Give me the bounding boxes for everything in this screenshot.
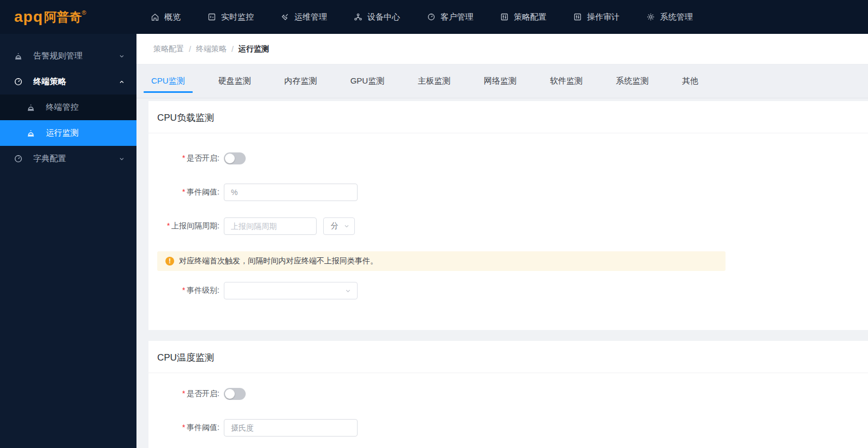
nav-item-label: 概览 [164, 12, 181, 22]
nav-device-center[interactable]: 设备中心 [350, 0, 403, 34]
tab-disk[interactable]: 硬盘监测 [211, 64, 259, 98]
interval-unit-select[interactable]: 分 [323, 217, 355, 235]
sidebar-submenu-terminal-policy: 终端管控 运行监测 [0, 95, 136, 146]
top-bar: apq 阿普奇 ® 概览 实时监控 运维管理 设备中心 客户管理 策略配置 [0, 0, 868, 34]
enable-row: *是否开启: [148, 150, 868, 167]
required-mark: * [167, 221, 170, 230]
breadcrumb-separator: / [189, 45, 191, 54]
home-icon [151, 13, 159, 21]
nav-item-label: 客户管理 [441, 12, 473, 22]
required-mark: * [182, 286, 185, 294]
registered-mark: ® [82, 10, 86, 16]
required-mark: * [182, 154, 185, 162]
tab-mainboard[interactable]: 主板监测 [410, 64, 458, 98]
tab-system[interactable]: 系统监测 [608, 64, 656, 98]
policy-icon [500, 13, 509, 21]
monitor-tabs: CPU监测 硬盘监测 内存监测 GPU监测 主板监测 网络监测 软件监测 系统监… [136, 64, 868, 98]
breadcrumb: 策略配置 / 终端策略 / 运行监测 [136, 34, 868, 64]
interval-unit-value: 分 [331, 221, 338, 231]
cpu-temp-form: *是否开启: *事件阈值: [148, 373, 868, 448]
siren-icon [26, 128, 35, 138]
toggle-knob [225, 154, 235, 163]
wrench-icon [281, 13, 289, 21]
field-label: *上报间隔周期: [148, 221, 219, 231]
field-label: *事件级别: [148, 286, 219, 296]
cpu-load-form: *是否开启: *事件阈值: *上报间隔周期: 分 ! [148, 133, 868, 330]
field-label: *事件阈值: [148, 187, 219, 197]
sidebar-item-alarm-rules[interactable]: 告警规则管理 [0, 43, 136, 69]
chevron-up-icon [118, 79, 125, 85]
threshold-input[interactable] [224, 419, 358, 437]
threshold-input[interactable] [224, 184, 358, 201]
chevron-down-icon [344, 287, 352, 294]
breadcrumb-separator: / [231, 45, 234, 54]
nav-item-label: 设备中心 [367, 12, 400, 22]
info-icon: ! [165, 257, 174, 266]
tab-network[interactable]: 网络监测 [476, 64, 524, 98]
toggle-knob [225, 389, 235, 399]
gear-icon [646, 13, 655, 21]
card-title: CPU负载监测 [148, 101, 868, 133]
sidebar-item-label: 运行监测 [46, 128, 79, 138]
field-label: *事件阈值: [148, 423, 219, 433]
enable-row: *是否开启: [148, 385, 868, 403]
cpu-load-card: CPU负载监测 *是否开启: *事件阈值: *上报间隔周期: 分 [148, 101, 868, 330]
interval-row: *上报间隔周期: 分 [148, 217, 868, 235]
nav-realtime-monitor[interactable]: 实时监控 [204, 0, 257, 34]
brand-logo-latin: apq [14, 9, 43, 25]
nav-system-management[interactable]: 系统管理 [643, 0, 696, 34]
devices-icon [354, 13, 362, 21]
tab-other[interactable]: 其他 [674, 64, 706, 98]
nav-item-label: 策略配置 [514, 12, 546, 22]
content-scroll-area[interactable]: CPU负载监测 *是否开启: *事件阈值: *上报间隔周期: 分 [136, 101, 868, 448]
gauge-icon [14, 154, 23, 163]
siren-icon [26, 103, 35, 112]
enable-toggle[interactable] [224, 388, 246, 400]
nav-operation-audit[interactable]: 操作审计 [570, 0, 623, 34]
event-level-select[interactable] [224, 282, 358, 299]
sidebar: 告警规则管理 终端策略 终端管控 运行监测 字典配置 [0, 34, 136, 448]
field-label: *是否开启: [148, 154, 219, 163]
sidebar-item-run-monitor[interactable]: 运行监测 [0, 120, 136, 146]
cpu-temp-card: CPU温度监测 *是否开启: *事件阈值: [148, 341, 868, 448]
nav-overview[interactable]: 概览 [147, 0, 184, 34]
level-row: *事件级别: [148, 282, 868, 299]
sidebar-item-dict-config[interactable]: 字典配置 [0, 146, 136, 172]
nav-customer-management[interactable]: 客户管理 [424, 0, 477, 34]
nav-ops-management[interactable]: 运维管理 [277, 0, 330, 34]
breadcrumb-policy-config[interactable]: 策略配置 [153, 44, 184, 54]
nav-item-label: 运维管理 [294, 12, 327, 22]
gauge-icon [14, 77, 23, 86]
top-nav: 概览 实时监控 运维管理 设备中心 客户管理 策略配置 操作审计 系统管理 [147, 0, 716, 34]
tab-gpu[interactable]: GPU监测 [343, 64, 393, 98]
sidebar-item-label: 终端管控 [46, 102, 79, 113]
sidebar-item-terminal-policy[interactable]: 终端策略 [0, 69, 136, 95]
breadcrumb-terminal-policy[interactable]: 终端策略 [196, 44, 227, 54]
siren-icon [14, 51, 23, 61]
tab-cpu[interactable]: CPU监测 [144, 64, 193, 98]
card-title: CPU温度监测 [148, 341, 868, 373]
breadcrumb-current: 运行监测 [239, 44, 269, 54]
notice-banner: ! 对应终端首次触发，间隔时间内对应终端不上报同类事件。 [157, 251, 726, 271]
nav-policy-config[interactable]: 策略配置 [497, 0, 550, 34]
audit-icon [573, 13, 582, 21]
tab-memory[interactable]: 内存监测 [277, 64, 325, 98]
brand-logo[interactable]: apq 阿普奇 ® [14, 9, 86, 25]
enable-toggle[interactable] [224, 152, 246, 164]
threshold-row: *事件阈值: [148, 419, 868, 437]
interval-input[interactable] [224, 217, 317, 235]
sidebar-item-label: 告警规则管理 [33, 51, 82, 61]
tab-software[interactable]: 软件监测 [542, 64, 590, 98]
required-mark: * [182, 187, 185, 196]
required-mark: * [182, 423, 185, 432]
chevron-down-icon [343, 223, 350, 229]
chevron-down-icon [118, 156, 125, 162]
nav-item-label: 系统管理 [660, 12, 693, 22]
sidebar-item-label: 字典配置 [33, 154, 66, 164]
main-content: 策略配置 / 终端策略 / 运行监测 CPU监测 硬盘监测 内存监测 GPU监测… [136, 34, 868, 448]
chevron-down-icon [118, 53, 125, 60]
nav-item-label: 操作审计 [587, 12, 620, 22]
brand-logo-cn: 阿普奇 [44, 9, 82, 25]
field-label: *是否开启: [148, 389, 219, 399]
sidebar-item-terminal-control[interactable]: 终端管控 [0, 95, 136, 120]
